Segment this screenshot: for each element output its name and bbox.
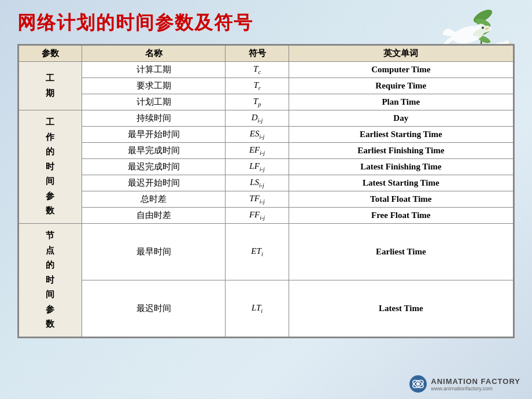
row-name: 持续时间 <box>82 110 226 127</box>
row-name: 最迟完成时间 <box>82 159 226 175</box>
row-group-header: 工作的时间参数 <box>19 110 82 224</box>
row-symbol: FFi-j <box>226 208 289 224</box>
row-english: Computer Time <box>289 62 513 78</box>
row-group-header: 工期 <box>19 62 82 110</box>
logo-url: www.animationfactory.com <box>431 386 520 391</box>
col-header-english: 英文单词 <box>289 46 513 62</box>
row-name: 要求工期 <box>82 78 226 94</box>
svg-point-13 <box>416 382 420 386</box>
row-name: 总时差 <box>82 191 226 208</box>
logo-name: ANIMATION FACTORY <box>431 377 520 386</box>
logo-icon <box>409 375 427 393</box>
row-english: Earliest Starting Time <box>289 127 513 143</box>
row-symbol: LSi-j <box>226 175 289 191</box>
row-english: Require Time <box>289 78 513 94</box>
row-english: Latest Finishing Time <box>289 159 513 175</box>
row-english: Earliest Time <box>289 224 513 280</box>
page-title: 网络计划的时间参数及符号 <box>17 10 515 36</box>
row-name: 最迟开始时间 <box>82 175 226 191</box>
row-name: 自由时差 <box>82 208 226 224</box>
row-english: Day <box>289 110 513 127</box>
logo-text: ANIMATION FACTORY www.animationfactory.c… <box>431 377 520 391</box>
row-symbol: ETi <box>226 224 289 280</box>
row-english: Free Float Time <box>289 208 513 224</box>
row-english: Earliest Finishing Time <box>289 143 513 159</box>
row-symbol: ESi-j <box>226 127 289 143</box>
row-symbol: EFi-j <box>226 143 289 159</box>
col-header-symbol: 符号 <box>226 46 289 62</box>
row-symbol: LTi <box>226 280 289 337</box>
parameters-table: 参数 名称 符号 英文单词 工期计算工期TcComputer Time要求工期T… <box>19 45 513 337</box>
col-header-params: 参数 <box>19 46 82 62</box>
row-english: Latest Time <box>289 280 513 337</box>
row-symbol: LFi-j <box>226 159 289 175</box>
logo-area: ANIMATION FACTORY www.animationfactory.c… <box>409 375 520 393</box>
row-symbol: Di-j <box>226 110 289 127</box>
row-name: 最早完成时间 <box>82 143 226 159</box>
row-name: 计算工期 <box>82 62 226 78</box>
main-table-wrapper: 参数 名称 符号 英文单词 工期计算工期TcComputer Time要求工期T… <box>17 44 515 338</box>
row-group-header: 节点的时间参数 <box>19 224 82 337</box>
row-english: Plan Time <box>289 94 513 110</box>
row-name: 最早开始时间 <box>82 127 226 143</box>
col-header-name: 名称 <box>82 46 226 62</box>
row-symbol: Tc <box>226 62 289 78</box>
slide-container: 网络计划的时间参数及符号 参数 名称 符号 英文单词 工期计算工期TcCompu… <box>0 0 532 399</box>
row-symbol: Tp <box>226 94 289 110</box>
row-symbol: TFi-j <box>226 191 289 208</box>
row-english: Latest Starting Time <box>289 175 513 191</box>
row-symbol: Tr <box>226 78 289 94</box>
row-english: Total Float Time <box>289 191 513 208</box>
row-name: 最迟时间 <box>82 280 226 337</box>
row-name: 计划工期 <box>82 94 226 110</box>
row-name: 最早时间 <box>82 224 226 280</box>
